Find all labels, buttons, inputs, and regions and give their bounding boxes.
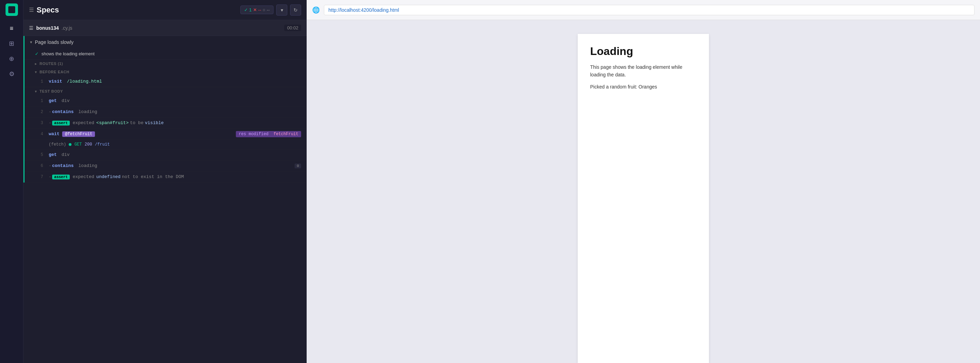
file-time: 00:02 xyxy=(284,24,301,31)
routes-label: ROUTES (1) xyxy=(40,62,63,66)
url-bar[interactable]: http://localhost:4200/loading.html xyxy=(324,5,974,15)
test-name: shows the loading element xyxy=(41,51,95,56)
page-body-line1: This page shows the loading element whil… xyxy=(590,63,697,79)
line-num-2: 2 xyxy=(35,110,43,114)
test-line-6[interactable]: 6 - contains loading 0 xyxy=(24,160,307,171)
group-chevron-icon: ▾ xyxy=(30,40,32,45)
page-heading: Loading xyxy=(590,45,697,58)
test-line-1[interactable]: 1 get div xyxy=(24,96,307,107)
fail-icon: ✕ xyxy=(253,7,257,13)
line-num-3: 3 xyxy=(35,121,43,125)
prefix-2: - xyxy=(49,109,51,114)
line-num-5: 5 xyxy=(35,152,43,157)
fetch-alias: @fetchFruit xyxy=(62,131,95,137)
visible-3: visible xyxy=(145,120,164,125)
group-header[interactable]: ▾ Page loads slowly xyxy=(24,36,307,48)
browser-panel: 🌐 http://localhost:4200/loading.html Loa… xyxy=(307,0,980,363)
test-line-2[interactable]: 2 - contains loading xyxy=(24,107,307,118)
get-arg-5: div xyxy=(59,152,69,157)
fail-value: -- xyxy=(258,7,261,13)
selector-sidebar-icon: ⊕ xyxy=(9,55,14,62)
test-body-label: TEST BODY xyxy=(40,89,63,93)
pass-check-icon: ✓ xyxy=(244,7,248,13)
before-each-section[interactable]: ▾ BEFORE EACH xyxy=(24,68,307,76)
res-key: res modified xyxy=(239,132,271,137)
chevron-down-icon: ▾ xyxy=(281,7,283,13)
test-pass-icon: ✓ xyxy=(35,51,39,56)
globe-icon: 🌐 xyxy=(312,6,320,14)
sidebar-item-selector[interactable]: ⊕ xyxy=(6,53,18,65)
file-name-area: ☰ bonus134 .cy.js xyxy=(29,25,72,31)
test-item[interactable]: ✓ shows the loading element xyxy=(24,48,307,59)
page-body-line2: Picked a random fruit: Oranges xyxy=(590,83,697,91)
fetch-alias-badge: @fetchFruit xyxy=(62,131,95,137)
top-header: ☰ Specs ✓ 1 ✕ -- ○ -- ▾ ↻ xyxy=(24,0,307,20)
test-body-section[interactable]: ▾ TEST BODY xyxy=(24,87,307,96)
page-card: Loading This page shows the loading elem… xyxy=(578,34,709,363)
sidebar: ≡ ⊞ ⊕ ⚙ xyxy=(0,0,24,363)
sidebar-item-settings[interactable]: ⚙ xyxy=(6,68,18,80)
sidebar-item-runs[interactable]: ⊞ xyxy=(6,37,18,50)
dot-green-icon xyxy=(69,143,72,146)
contains-arg-6: loading xyxy=(76,163,97,168)
test-group: ▾ Page loads slowly ✓ shows the loading … xyxy=(24,36,307,182)
header-title-area: ☰ Specs xyxy=(29,6,236,14)
get-arg-1: div xyxy=(59,98,69,103)
page-title: Specs xyxy=(37,6,59,14)
res-val: fetchFruit xyxy=(274,132,298,137)
header-controls: ✓ 1 ✕ -- ○ -- ▾ ↻ xyxy=(240,5,301,16)
prefix-3: - xyxy=(49,120,51,125)
file-extension: .cy.js xyxy=(62,25,72,31)
main-panel: ☰ Specs ✓ 1 ✕ -- ○ -- ▾ ↻ ☰ bonus134 .cy xyxy=(24,0,307,363)
test-line-4[interactable]: 4 wait @fetchFruit res modified fetchFru… xyxy=(24,129,307,140)
line-num-6: 6 xyxy=(35,163,43,168)
browser-content: Loading This page shows the loading elem… xyxy=(307,20,980,363)
cypress-logo[interactable] xyxy=(6,3,18,16)
sidebar-item-specs[interactable]: ≡ xyxy=(6,22,18,35)
to-be-3: to be xyxy=(130,120,143,125)
assert-badge-3: assert xyxy=(52,121,70,125)
visit-arg: /loading.html xyxy=(64,79,102,84)
runs-sidebar-icon: ⊞ xyxy=(9,40,14,47)
specs-header-icon: ☰ xyxy=(29,6,34,13)
line-num-1: 1 xyxy=(35,99,43,103)
refresh-button[interactable]: ↻ xyxy=(290,5,301,16)
span-ref-3: <span#fruit> xyxy=(96,120,129,125)
not-to-exist-7: not to exist in the DOM xyxy=(122,174,184,179)
fetch-method: GET xyxy=(74,142,82,147)
count-badge-6: 0 xyxy=(294,163,301,168)
fetch-code: 200 xyxy=(84,142,92,147)
test-line-3[interactable]: 3 - assert expected <span#fruit> to be v… xyxy=(24,118,307,129)
test-content: ▾ Page loads slowly ✓ shows the loading … xyxy=(24,36,307,363)
fetch-label: (fetch) xyxy=(49,142,66,147)
before-each-code: 1 visit /loading.html xyxy=(24,76,307,87)
routes-section[interactable]: ▸ ROUTES (1) xyxy=(24,59,307,68)
test-line-7[interactable]: 7 - assert expected undefined not to exi… xyxy=(24,171,307,182)
expected-text-3: expected xyxy=(73,120,94,125)
status-badge: ✓ 1 ✕ -- ○ -- xyxy=(240,6,274,14)
before-line-1[interactable]: 1 visit /loading.html xyxy=(24,76,307,87)
pending-value: -- xyxy=(267,7,270,13)
visit-cmd: visit xyxy=(49,79,62,84)
refresh-icon: ↻ xyxy=(294,7,298,13)
contains-arg-2: loading xyxy=(76,109,97,114)
file-icon: ☰ xyxy=(29,25,33,31)
browser-bar: 🌐 http://localhost:4200/loading.html xyxy=(307,0,980,20)
dropdown-button[interactable]: ▾ xyxy=(276,5,287,16)
expected-text-7: expected xyxy=(73,174,94,179)
file-basename: bonus134 xyxy=(36,25,59,31)
test-body-code: 1 get div 2 - contains loading 3 - asser… xyxy=(24,96,307,182)
line-num-7: 7 xyxy=(35,174,43,179)
test-line-5[interactable]: 5 get div xyxy=(24,149,307,160)
routes-chevron-icon: ▸ xyxy=(35,62,37,66)
undefined-7: undefined xyxy=(96,174,121,179)
settings-sidebar-icon: ⚙ xyxy=(9,70,14,78)
pending-icon: ○ xyxy=(262,7,265,13)
contains-cmd-6: contains xyxy=(52,163,73,168)
prefix-7: - xyxy=(49,174,51,179)
specs-sidebar-icon: ≡ xyxy=(10,25,13,32)
get-cmd-1: get xyxy=(49,98,57,103)
pass-count: 1 xyxy=(249,7,252,13)
fetch-path: /fruit xyxy=(95,142,110,147)
group-name: Page loads slowly xyxy=(35,39,73,45)
